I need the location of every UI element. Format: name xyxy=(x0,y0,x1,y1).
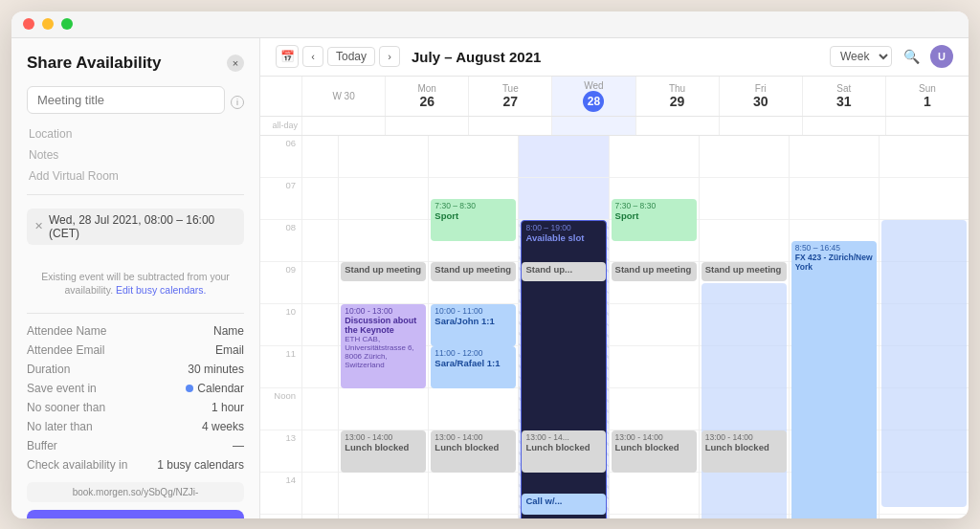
no-sooner-value[interactable]: 1 hour xyxy=(212,401,244,414)
no-sooner-row: No sooner than 1 hour xyxy=(27,398,244,417)
event-standup-tue[interactable]: Stand up meeting xyxy=(431,262,516,281)
time-labels: 06 07 08 09 10 11 Noon 13 14 15 16 17 18… xyxy=(260,136,302,518)
time-13: 13 xyxy=(260,430,301,473)
event-lunch-thu[interactable]: 13:00 - 14:00 Lunch blocked xyxy=(612,430,697,473)
allday-cell-mon xyxy=(386,117,469,135)
allday-label: all-day xyxy=(260,117,302,135)
minimize-traffic-light[interactable] xyxy=(42,18,54,30)
check-availability-value[interactable]: 1 busy calendars xyxy=(157,458,244,472)
location-input[interactable]: Location xyxy=(29,127,72,141)
event-sara-john-tue[interactable]: 10:00 - 11:00 Sara/John 1:1 xyxy=(431,304,516,346)
hour-13-w30 xyxy=(302,430,338,473)
booking-url[interactable]: book.morgen.so/ySbQg/NZJi- xyxy=(27,482,244,502)
allday-cell-thu xyxy=(636,117,720,135)
save-copy-button[interactable]: Save & Copy link xyxy=(27,510,244,518)
hour-10-w30 xyxy=(302,304,338,346)
calendar-actions: Week 🔍 U xyxy=(830,45,953,68)
hour-07-w30 xyxy=(302,178,338,220)
prev-button[interactable]: ‹ xyxy=(302,46,323,67)
event-keynote-mon[interactable]: 10:00 - 13:00 Discussion about the Keyno… xyxy=(341,304,426,388)
notes-input[interactable]: Notes xyxy=(29,148,58,162)
attendee-email-value[interactable]: Email xyxy=(215,343,244,357)
allday-cell-sun xyxy=(886,117,969,135)
date-chip[interactable]: ✕ Wed, 28 Jul 2021, 08:00 – 16:00 (CET) xyxy=(27,209,244,245)
hour-06-w30 xyxy=(302,136,338,178)
event-standup-fri[interactable]: Stand up meeting xyxy=(702,262,787,281)
sun-blue-block xyxy=(881,220,967,507)
allday-row: all-day xyxy=(260,117,969,136)
save-event-value: Calendar xyxy=(186,382,244,395)
hour-15-w30 xyxy=(302,515,338,518)
panel-header: Share Availability × xyxy=(27,54,244,73)
close-traffic-light[interactable] xyxy=(23,18,34,30)
day-col-tue27: 7:30 – 8:30 Sport Stand up meeting 10:00… xyxy=(429,136,519,518)
event-standup-thu[interactable]: Stand up meeting xyxy=(612,262,697,281)
day-header-thu29: Thu 29 xyxy=(636,77,720,116)
time-14: 14 xyxy=(260,473,301,515)
time-scroll-area: 06 07 08 09 10 11 Noon 13 14 15 16 17 18… xyxy=(260,136,969,518)
time-08: 08 xyxy=(260,220,301,262)
no-later-value[interactable]: 4 weeks xyxy=(202,420,244,433)
time-11: 11 xyxy=(260,346,301,388)
day-col-mon26: Stand up meeting 10:00 - 13:00 Discussio… xyxy=(339,136,429,518)
day-col-thu29: 7:30 – 8:30 Sport Stand up meeting 13:00… xyxy=(610,136,700,518)
save-event-row: Save event in Calendar xyxy=(27,379,244,398)
day-col-fri30: Stand up meeting 13:00 - 14:00 Lunch blo… xyxy=(700,136,790,518)
day-col-sun1 xyxy=(880,136,969,518)
divider-2 xyxy=(27,313,244,314)
hour-09-w30 xyxy=(302,262,338,304)
hour-noon-w30 xyxy=(302,388,338,430)
time-15: 15 xyxy=(260,515,301,518)
notes-row: Notes xyxy=(27,144,244,165)
date-chip-label: Wed, 28 Jul 2021, 08:00 – 16:00 (CET) xyxy=(49,213,236,240)
attendee-name-value[interactable]: Name xyxy=(213,324,244,338)
event-lunch-mon[interactable]: 13:00 - 14:00 Lunch blocked xyxy=(341,430,426,473)
day-header-sun1: Sun 1 xyxy=(886,77,969,116)
day-header-wed28[interactable]: Wed 28 xyxy=(552,77,635,116)
no-later-row: No later than 4 weeks xyxy=(27,417,244,436)
availability-notice: Existing event will be subtracted from y… xyxy=(27,270,244,298)
edit-busy-link[interactable]: Edit busy calendars. xyxy=(116,284,207,296)
allday-cell-w30 xyxy=(302,117,386,135)
calendar-icon-small[interactable]: 📅 xyxy=(276,45,299,68)
event-sport-tue[interactable]: 7:30 – 8:30 Sport xyxy=(431,199,516,241)
location-row: Location xyxy=(27,123,244,144)
event-call-wed[interactable]: Call w/... xyxy=(522,494,605,515)
no-later-label: No later than xyxy=(27,420,93,433)
calendar-header: 📅 ‹ Today › July – August 2021 Week 🔍 U xyxy=(260,38,969,77)
next-button[interactable]: › xyxy=(379,46,400,67)
event-sara-rafael-tue[interactable]: 11:00 - 12:00 Sara/Rafael 1:1 xyxy=(431,346,516,388)
allday-cell-sat xyxy=(803,117,886,135)
info-icon[interactable]: i xyxy=(231,96,244,109)
hour-14-w30 xyxy=(302,473,338,515)
view-mode-select[interactable]: Week xyxy=(830,46,892,67)
meeting-title-input[interactable] xyxy=(27,86,225,114)
day-col-sat31: 8:50 – 16:45 FX 423 - Zürich/New York xyxy=(790,136,880,518)
fri-blue-block xyxy=(702,283,787,518)
event-sport-thu[interactable]: 7:30 – 8:30 Sport xyxy=(612,199,697,241)
virtual-room-input[interactable]: Add Virtual Room xyxy=(29,169,119,183)
search-icon[interactable]: 🔍 xyxy=(900,45,923,68)
event-lunch-wed[interactable]: 13:00 - 14... Lunch blocked xyxy=(522,430,605,473)
today-button[interactable]: Today xyxy=(327,47,375,66)
event-fx423-sat[interactable]: 8:50 – 16:45 FX 423 - Zürich/New York xyxy=(791,241,877,518)
maximize-traffic-light[interactable] xyxy=(61,18,73,30)
attendee-name-row: Attendee Name Name xyxy=(27,321,244,341)
event-lunch-fri[interactable]: 13:00 - 14:00 Lunch blocked xyxy=(702,430,787,473)
main-area: Share Availability × i Location Notes Ad… xyxy=(11,38,969,518)
event-standup-wed[interactable]: Stand up... xyxy=(522,262,605,281)
attendee-name-label: Attendee Name xyxy=(27,324,106,338)
day-header-w30: W 30 xyxy=(302,77,386,116)
buffer-value[interactable]: — xyxy=(233,439,244,452)
day-header-sat31: Sat 31 xyxy=(803,77,886,116)
date-chip-remove[interactable]: ✕ xyxy=(34,220,43,232)
panel-close-button[interactable]: × xyxy=(227,55,244,72)
event-standup-mon[interactable]: Stand up meeting xyxy=(341,262,426,281)
user-avatar[interactable]: U xyxy=(930,45,953,68)
allday-cell-wed xyxy=(552,117,635,135)
duration-value[interactable]: 30 minutes xyxy=(188,363,244,376)
day-header-tue27: Tue 27 xyxy=(469,77,552,116)
event-lunch-tue[interactable]: 13:00 - 14:00 Lunch blocked xyxy=(431,430,516,473)
day-col-wed28: 8:00 – 19:00 Available slot Stand up... … xyxy=(519,136,609,518)
allday-cell-fri xyxy=(720,117,803,135)
